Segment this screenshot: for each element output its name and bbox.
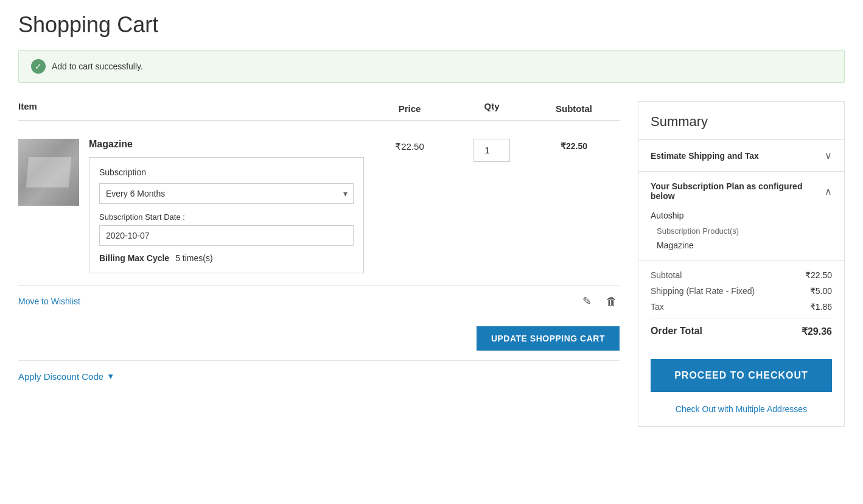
- header-qty: Qty: [455, 101, 528, 114]
- cart-item: Magazine Subscription Every Month Every …: [18, 127, 620, 286]
- subscription-plan-label: Your Subscription Plan as configured bel…: [651, 181, 825, 201]
- billing-cycle-value: 5 times(s): [175, 253, 212, 263]
- autoship-label: Autoship: [651, 211, 832, 220]
- action-icons: ✎ 🗑: [580, 292, 620, 310]
- subscription-plan-header[interactable]: Your Subscription Plan as configured bel…: [638, 172, 844, 211]
- billing-cycle: Billing Max Cycle 5 times(s): [99, 253, 354, 263]
- cart-section: Item Price Qty Subtotal Magazine Subscri…: [18, 101, 620, 391]
- start-date-label: Subscription Start Date :: [99, 212, 354, 222]
- subscription-select-wrap: Every Month Every 3 Months Every 6 Month…: [99, 183, 354, 204]
- qty-input[interactable]: [473, 139, 510, 162]
- item-price: ₹22.50: [364, 139, 455, 152]
- success-banner: ✓ Add to cart successfully.: [18, 50, 845, 83]
- shipping-label: Shipping (Flat Rate - Fixed): [651, 286, 755, 296]
- item-image: [18, 139, 79, 206]
- order-total-value: ₹29.36: [802, 326, 832, 337]
- item-info: Magazine Subscription Every Month Every …: [18, 139, 364, 273]
- estimate-shipping-header[interactable]: Estimate Shipping and Tax ∨: [638, 140, 844, 171]
- update-cart-button[interactable]: UPDATE SHOPPING CART: [477, 326, 620, 351]
- multi-address-link[interactable]: Check Out with Multiple Addresses: [638, 399, 844, 426]
- estimate-shipping-label: Estimate Shipping and Tax: [651, 151, 759, 161]
- cart-table-header: Item Price Qty Subtotal: [18, 101, 620, 121]
- subscription-plan-section: Your Subscription Plan as configured bel…: [638, 172, 844, 261]
- subtotal-label: Subtotal: [651, 270, 682, 280]
- item-actions-row: Move to Wishlist ✎ 🗑: [18, 286, 620, 317]
- estimate-chevron-down-icon: ∨: [825, 150, 832, 161]
- order-total-row: Order Total ₹29.36: [651, 318, 832, 337]
- apply-discount-toggle[interactable]: Apply Discount Code ▾: [18, 371, 113, 382]
- tax-row: Tax ₹1.86: [651, 302, 832, 312]
- subscription-plan-content: Autoship Subscription Product(s) Magazin…: [638, 211, 844, 260]
- success-message: Add to cart successfully.: [52, 61, 143, 71]
- summary-totals: Subtotal ₹22.50 Shipping (Flat Rate - Fi…: [638, 261, 844, 353]
- item-qty-col: [455, 139, 528, 162]
- subscription-select[interactable]: Every Month Every 3 Months Every 6 Month…: [99, 183, 354, 204]
- summary-panel: Summary Estimate Shipping and Tax ∨ Your…: [638, 101, 845, 427]
- item-name: Magazine: [89, 139, 364, 150]
- header-subtotal: Subtotal: [528, 101, 620, 114]
- discount-section: Apply Discount Code ▾: [18, 361, 620, 391]
- discount-chevron-icon: ▾: [108, 371, 113, 382]
- proceed-checkout-button[interactable]: PROCEED TO CHECKOUT: [651, 359, 832, 392]
- tax-value: ₹1.86: [810, 302, 832, 312]
- item-subtotal: ₹22.50: [528, 139, 620, 151]
- cart-bottom: UPDATE SHOPPING CART: [18, 317, 620, 361]
- subtotal-value: ₹22.50: [805, 270, 832, 280]
- shipping-value: ₹5.00: [810, 286, 832, 296]
- magazine-thumbnail: [18, 139, 79, 206]
- page-title: Shopping Cart: [18, 12, 845, 38]
- order-total-label: Order Total: [651, 326, 702, 337]
- header-item: Item: [18, 101, 364, 114]
- estimate-shipping-section: Estimate Shipping and Tax ∨: [638, 140, 844, 172]
- start-date-input[interactable]: [99, 225, 354, 246]
- subtotal-row: Subtotal ₹22.50: [651, 270, 832, 280]
- subscription-product-name: Magazine: [651, 240, 832, 250]
- billing-cycle-label: Billing Max Cycle: [99, 253, 169, 263]
- subscription-chevron-up-icon: ∧: [825, 186, 832, 197]
- subscription-label: Subscription: [99, 167, 354, 177]
- summary-title: Summary: [638, 102, 844, 140]
- shipping-row: Shipping (Flat Rate - Fixed) ₹5.00: [651, 286, 832, 296]
- tax-label: Tax: [651, 302, 664, 312]
- subscription-box: Subscription Every Month Every 3 Months …: [89, 157, 364, 273]
- delete-item-button[interactable]: 🗑: [604, 293, 620, 310]
- header-price: Price: [364, 101, 455, 114]
- apply-discount-label: Apply Discount Code: [18, 371, 103, 382]
- item-details: Magazine Subscription Every Month Every …: [89, 139, 364, 273]
- success-icon: ✓: [31, 59, 46, 74]
- edit-item-button[interactable]: ✎: [580, 292, 594, 310]
- subscription-products-label: Subscription Product(s): [651, 226, 832, 236]
- move-to-wishlist-link[interactable]: Move to Wishlist: [18, 296, 80, 306]
